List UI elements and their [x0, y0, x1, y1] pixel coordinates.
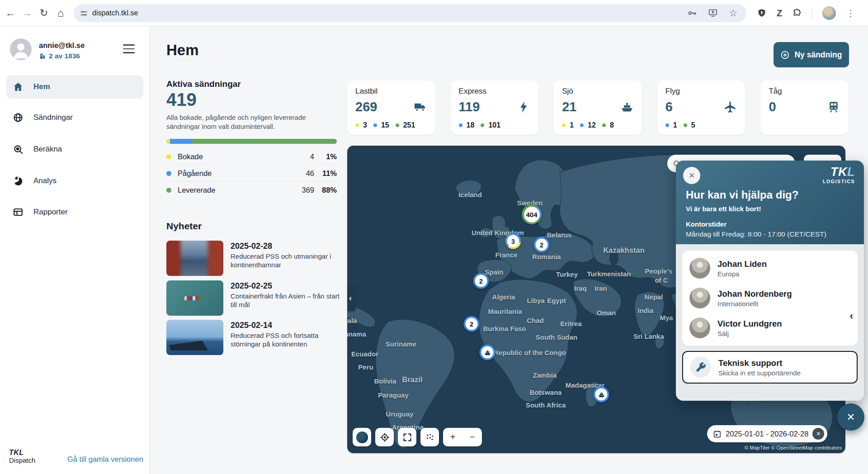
map-cluster[interactable]: 3 — [505, 233, 521, 249]
help-panel: ✕ TKL LOGISTICS Hur kan vi hjälpa dig? V… — [676, 161, 864, 401]
sidebar-item-berakna[interactable]: Beräkna — [6, 137, 143, 161]
home-icon[interactable]: ⌂ — [52, 0, 69, 26]
news-item[interactable]: 2025-02-28 Reducerad PSS och utmaningar … — [166, 241, 338, 277]
fullscreen-button[interactable] — [398, 428, 416, 446]
dot-value: 101 — [488, 121, 500, 129]
contact-name: Johan Liden — [717, 259, 767, 269]
ship-marker[interactable] — [594, 387, 609, 403]
sidebar-item-hem[interactable]: Hem — [6, 75, 143, 99]
status-dot — [580, 123, 584, 127]
contact-row[interactable]: Johan NordenbergInternationellt — [689, 283, 850, 313]
card-express[interactable]: Express 119 18 101 — [451, 81, 539, 135]
logo-top: TKL — [9, 449, 35, 457]
sidebar-item-label: Analys — [33, 176, 57, 185]
help-panel-header: ✕ TKL LOGISTICS Hur kan vi hjälpa dig? V… — [676, 161, 864, 244]
sidebar-item-analys[interactable]: Analys — [6, 169, 143, 193]
dot-value: 3 — [363, 121, 367, 129]
card-sjo[interactable]: Sjö 21 1 12 8 — [554, 81, 642, 135]
map-style-globe-icon — [356, 431, 368, 443]
contact-role: Europa — [717, 270, 767, 278]
puzzle-extensions-icon[interactable] — [792, 8, 802, 18]
forward-icon[interactable]: → — [19, 0, 35, 26]
office-hours-value: Måndag till Fredag: 8:00 - 17:00 (CET/CE… — [686, 230, 826, 238]
legend-percent: 11% — [319, 169, 337, 178]
tkl-dispatch-logo: TKL Dispatch — [9, 449, 35, 464]
status-dot — [665, 123, 669, 127]
calendar-icon — [713, 430, 722, 438]
legend-percent: 1% — [319, 152, 337, 161]
card-label: Flyg — [665, 87, 737, 96]
browser-menu-icon[interactable]: ⋮ — [846, 8, 855, 19]
status-dot — [355, 123, 359, 127]
status-dot — [166, 188, 171, 193]
clear-date-icon[interactable]: ✕ — [812, 428, 824, 440]
locate-icon — [379, 432, 390, 443]
news-text: Reducerad PSS och utmaningar i kontinent… — [231, 252, 340, 270]
map-cluster[interactable]: 404 — [522, 204, 542, 224]
status-dot — [684, 123, 687, 127]
status-dot — [166, 171, 171, 176]
sidebar-item-label: Hem — [33, 82, 50, 91]
install-icon[interactable] — [708, 8, 718, 18]
chat-close-button[interactable]: ✕ — [837, 403, 864, 431]
org-selector[interactable]: 2 av 1836 — [39, 52, 80, 60]
sidebar-menu-icon[interactable] — [123, 44, 135, 53]
ship-marker[interactable] — [480, 345, 495, 360]
back-icon[interactable]: ← — [2, 0, 19, 26]
legend-count: 369 — [302, 186, 314, 194]
zoom-out-button[interactable]: − — [470, 432, 475, 442]
card-label: Sjö — [562, 87, 634, 96]
card-flyg[interactable]: Flyg 6 1 5 — [657, 81, 745, 135]
app-root: ← → ↻ ⌂ dispatch.tkl.se ☆ Z ⋮ annie@tkl.… — [0, 0, 868, 474]
avatar — [689, 288, 710, 308]
panel-collapse-tab[interactable]: ‹ — [347, 285, 355, 311]
contact-role: Internationellt — [717, 300, 792, 308]
bar-segment-booked — [166, 139, 170, 144]
map-cluster[interactable]: 2 — [473, 273, 489, 289]
sidebar-item-sandningar[interactable]: Sändningar — [6, 106, 143, 129]
contact-row[interactable]: Johan LidenEuropa — [689, 253, 850, 283]
browser-profile-avatar[interactable] — [822, 6, 836, 20]
date-range-picker[interactable]: 2025-01-01 - 2026-02-28 ✕ — [707, 425, 827, 442]
contact-row[interactable]: Victor LundgrenSälj — [689, 313, 850, 343]
url-text[interactable]: dispatch.tkl.se — [92, 9, 687, 17]
bookmark-star-icon[interactable]: ☆ — [729, 8, 737, 19]
plane-icon — [723, 100, 737, 114]
dot-value: 1 — [570, 121, 574, 129]
browser-chrome: ← → ↻ ⌂ dispatch.tkl.se ☆ Z ⋮ — [0, 0, 868, 26]
user-avatar[interactable] — [10, 38, 32, 60]
active-shipments-total: 419 — [166, 90, 197, 110]
news-item[interactable]: 2025-02-14 Reducerad PSS och fortsatta s… — [166, 320, 338, 356]
legend-row-pagaende: Pågående 4611% — [166, 165, 337, 181]
card-tag[interactable]: Tåg 0 — [760, 81, 849, 135]
map-controls: + − — [353, 428, 482, 446]
url-bar[interactable]: dispatch.tkl.se ☆ — [74, 4, 746, 22]
technical-support-button[interactable]: Teknisk support Skicka in ett supportäre… — [682, 351, 858, 384]
password-key-icon[interactable] — [687, 8, 697, 18]
dot-value: 251 — [403, 121, 415, 129]
old-version-link[interactable]: Gå till gamla versionen — [67, 455, 143, 464]
contact-role: Sälj — [717, 330, 782, 337]
zoom-in-button[interactable]: + — [450, 432, 456, 442]
sidebar-item-label: Beräkna — [33, 145, 62, 154]
locate-button[interactable] — [375, 428, 394, 446]
shield-extension-icon[interactable] — [757, 8, 767, 18]
site-settings-icon[interactable] — [80, 9, 88, 17]
map-cluster[interactable]: 2 — [464, 316, 480, 332]
news-item[interactable]: 2025-02-25 Containerfrakt från Asien – f… — [166, 280, 338, 317]
help-close-button[interactable]: ✕ — [683, 167, 700, 184]
logo-bottom: Dispatch — [9, 457, 35, 464]
status-dot — [459, 123, 462, 127]
map-attribution: © MapTiler © OpenStreetMap contributors — [745, 445, 842, 450]
map-cluster[interactable]: 2 — [534, 237, 550, 253]
sidebar-item-rapporter[interactable]: Rapporter — [6, 200, 143, 224]
map-style-button[interactable] — [353, 428, 371, 446]
z-extension-icon[interactable]: Z — [777, 8, 782, 19]
reload-icon[interactable]: ↻ — [36, 0, 52, 26]
active-shipments-description: Alla bokade, pågående och nyligen levere… — [166, 113, 322, 132]
contacts-card: Johan LidenEuropa Johan NordenbergIntern… — [682, 251, 858, 346]
contacts-collapse-icon[interactable]: ‹ — [850, 310, 853, 322]
new-shipment-button[interactable]: Ny sändning — [774, 42, 849, 67]
cluster-toggle-button[interactable] — [420, 428, 439, 446]
card-lastbil[interactable]: Lastbil 269 3 15 251 — [347, 81, 435, 135]
